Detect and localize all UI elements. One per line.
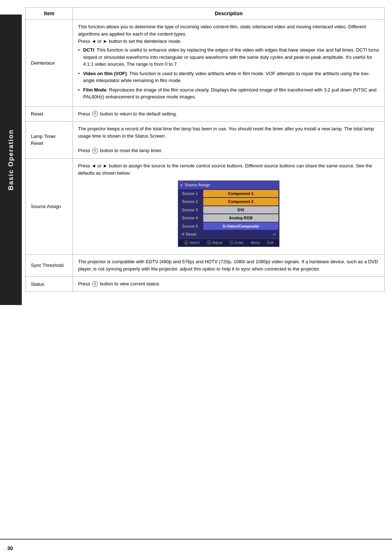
sa-value: DVI (203, 206, 278, 214)
press-line: Press ◄ or ► button to set the deinterla… (78, 38, 181, 44)
col-header-item: Item (26, 8, 73, 20)
source-assign-diagram: ≡ Source Assign Source 1 Component 1 Sou… (178, 180, 279, 247)
nav-adjust-label: Adjust (212, 240, 222, 246)
reset-arrow: ↵ (273, 231, 276, 237)
item-sync-threshold: Sync Threshold (26, 255, 73, 277)
sync-threshold-text: The projector is compatible with EDTV (4… (78, 259, 378, 272)
circle-btn-status: ⊙ (92, 281, 98, 287)
doc-table: Item Description Deinterlace This functi… (25, 7, 385, 292)
sa-reset-row: ↺ Reset ↵ (178, 231, 279, 238)
nav-exit: Exit (267, 240, 273, 246)
sa-row: Source 3 DVI (179, 206, 278, 214)
main-content: Item Description Deinterlace This functi… (22, 0, 392, 557)
table-row: Sync Threshold The projector is compatib… (26, 255, 385, 277)
bullet-vof: Video on film (VOF): This function is us… (78, 70, 379, 84)
sa-value: Analog RGB (203, 214, 278, 222)
table-row: Status Press ⊙ button to view current st… (26, 277, 385, 292)
desc-text: This function allows you to determine th… (78, 24, 366, 37)
nav-enter: ⊙ Enter (229, 240, 244, 246)
nav-enter-label: Enter (235, 240, 244, 246)
source-assign-intro: Press ◄ or ► button to assign the source… (78, 163, 372, 176)
nav-exit-label: Exit (267, 240, 273, 246)
sa-value: Component 2 (203, 198, 278, 206)
page-wrapper: Basic Operation Item Description Deinter… (0, 0, 392, 557)
sa-row: Source 1 Component 1 (179, 190, 278, 198)
bullet-dcti: DCTI: This function is useful to enhance… (78, 46, 379, 68)
table-row: Lamp Timer Reset The projector keeps a r… (26, 122, 385, 159)
sa-value: S-Video/Composite (203, 223, 278, 230)
item-status: Status (26, 277, 73, 292)
col-header-description: Description (73, 8, 385, 20)
item-deinterlace: Deinterlace (26, 20, 73, 107)
sa-label: Source 4 (179, 214, 203, 222)
sa-value: Component 1 (203, 190, 278, 198)
desc-sync-threshold: The projector is compatible with EDTV (4… (73, 255, 385, 277)
sa-row: Source 5 S-Video/Composite (179, 223, 278, 230)
sa-menu-icon: ≡ (180, 182, 183, 188)
desc-status: Press ⊙ button to view current status. (73, 277, 385, 292)
item-reset: Reset (26, 106, 73, 121)
term-film: Film Mode (83, 87, 106, 93)
bullet-film: Film Mode: Reproduces the image of the f… (78, 86, 379, 101)
bullet-list: DCTI: This function is useful to enhance… (78, 46, 379, 101)
nav-menu-label: Menu (251, 240, 260, 246)
sa-bottom-bar: ⊕ Select ⊕ Adjust ⊙ Enter (178, 239, 279, 247)
sa-title: Source Assign (185, 182, 210, 188)
sidebar-label: Basic Operation (7, 129, 15, 190)
sa-row: Source 2 Component 2 (179, 198, 278, 206)
page-number: 30 (7, 545, 13, 551)
table-row: Source Assign Press ◄ or ► button to ass… (26, 158, 385, 254)
page-footer: 30 (0, 539, 392, 557)
sa-label: Source 2 (179, 198, 203, 206)
desc-source-assign: Press ◄ or ► button to assign the source… (73, 158, 385, 254)
term-dcti: DCTI (83, 47, 94, 53)
term-vof: Video on film (VOF) (83, 71, 127, 76)
table-row: Deinterlace This function allows you to … (26, 20, 385, 107)
sa-title-bar: ≡ Source Assign (178, 181, 279, 189)
sa-row: Source 4 Analog RGB (179, 214, 278, 222)
enter-circle-icon: ⊙ (229, 240, 234, 245)
sa-label: Source 1 (179, 190, 203, 198)
reset-icon: ↺ (181, 231, 184, 237)
nav-adjust: ⊕ Adjust (207, 240, 222, 246)
sidebar: Basic Operation (0, 15, 22, 305)
lamp-timer-intro: The projector keeps a record of the tota… (78, 126, 374, 139)
item-source-assign: Source Assign (26, 158, 73, 254)
desc-deinterlace: This function allows you to determine th… (73, 20, 385, 107)
circle-btn-icon: ⊙ (92, 111, 98, 117)
nav-select-label: Select (189, 240, 200, 246)
item-lamp-timer: Lamp Timer Reset (26, 122, 73, 159)
nav-select: ⊕ Select (184, 240, 200, 246)
desc-reset: Press ⊙ button to return to the default … (73, 106, 385, 121)
circle-btn-lamp: ⊙ (92, 148, 98, 154)
select-circle-icon: ⊕ (184, 240, 188, 245)
desc-lamp-timer: The projector keeps a record of the tota… (73, 122, 385, 159)
nav-menu: Menu (251, 240, 260, 246)
reset-label: Reset (186, 231, 196, 237)
sa-inner-table: Source 1 Component 1 Source 2 Component … (178, 189, 279, 231)
table-row: Reset Press ⊙ button to return to the de… (26, 106, 385, 121)
adjust-circle-icon: ⊕ (207, 240, 211, 245)
sa-label: Source 3 (179, 206, 203, 214)
sa-label: Source 5 (179, 223, 203, 230)
